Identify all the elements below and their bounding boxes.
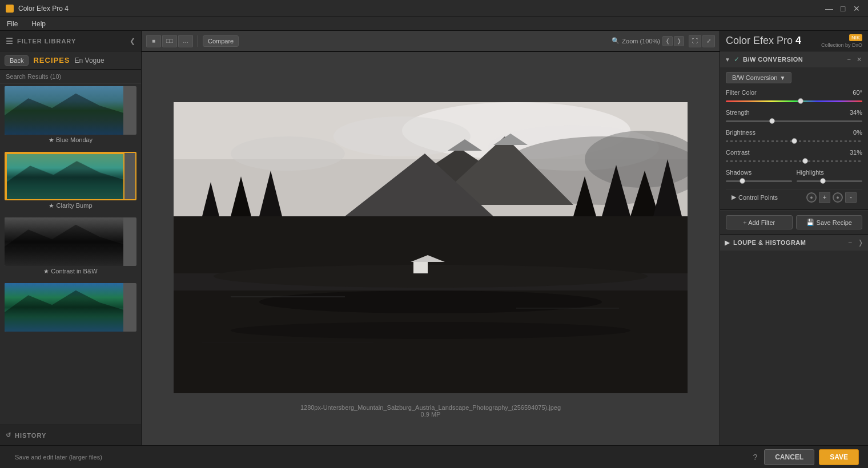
cancel-button[interactable]: CANCEL (764, 449, 814, 465)
loupe-header[interactable]: ▶ LOUPE & HISTOGRAM − ❭ (720, 235, 868, 251)
brightness-slider[interactable] (726, 138, 862, 144)
bw-conversion-dropdown[interactable]: B/W Conversion ▼ (726, 72, 791, 83)
zoom-in-button[interactable]: ❭ (674, 36, 684, 46)
filter-color-slider[interactable] (726, 98, 862, 104)
filter-list: ★ Blue Monday ★ Clarity Bump ★ Contrast … (0, 84, 141, 425)
bw-conversion-btn-row: B/W Conversion ▼ (726, 72, 862, 83)
strength-value: 34% (850, 109, 862, 116)
highlights-slider[interactable] (797, 177, 863, 184)
add-filter-button[interactable]: + Add Filter (726, 215, 793, 229)
image-filename: 1280px-Untersberg_Mountain_Salzburg_Aust… (174, 404, 688, 411)
contrast-control: Contrast 31% (726, 149, 862, 164)
save-recipe-icon: 💾 (806, 219, 814, 226)
image-preview-area: 1280px-Untersberg_Mountain_Salzburg_Aust… (142, 52, 720, 445)
filter-preview-canvas (6, 153, 124, 200)
strength-label-row: Strength 34% (726, 109, 862, 116)
toolbar: ■ □□ … Compare 🔍 Zoom (100%) ❬ ❭ ⛶ ⤢ (142, 31, 720, 52)
menu-file[interactable]: File (5, 19, 20, 29)
maximize-button[interactable]: □ (837, 3, 849, 14)
filter-preview-canvas (5, 217, 123, 266)
hamburger-icon[interactable]: ☰ (6, 37, 14, 46)
control-points-label: ▶ Control Points (732, 193, 803, 201)
svg-point-25 (214, 265, 648, 288)
slider-thumb[interactable] (769, 118, 775, 124)
recipes-header: Back RECIPES En Vogue (0, 51, 141, 70)
brightness-label: Brightness (726, 129, 756, 136)
slider-thumb[interactable] (798, 98, 803, 104)
slider-track (726, 180, 792, 182)
slider-thumb[interactable] (802, 158, 808, 164)
add-filter-row: + Add Filter 💾 Save Recipe (720, 210, 868, 234)
filter-library-header: ☰ FILTER LIBRARY ❮ (0, 31, 141, 51)
contrast-label-row: Contrast 31% (726, 149, 862, 156)
contrast-label: Contrast (726, 149, 750, 156)
filter-color-value: 60° (853, 89, 862, 96)
cp-remove-button[interactable]: - (845, 192, 857, 203)
section-close-btn[interactable]: ✕ (855, 55, 863, 64)
shadows-slider[interactable] (726, 177, 792, 184)
filter-library-title: ☰ FILTER LIBRARY (6, 37, 76, 46)
svg-rect-30 (202, 342, 373, 342)
bw-conversion-header[interactable]: ▼ ✓ B/W CONVERSION − ✕ (720, 51, 868, 67)
view-icons: ⛶ ⤢ (689, 35, 715, 47)
loupe-section: ▶ LOUPE & HISTOGRAM − ❭ (720, 234, 868, 251)
svg-point-24 (231, 322, 630, 339)
list-item[interactable]: ★ Clarity Bump (0, 150, 141, 215)
minimize-button[interactable]: — (823, 3, 835, 14)
help-button[interactable]: ? (753, 453, 757, 462)
filter-color-label-row: Filter Color 60° (726, 89, 862, 96)
panel-collapse-icon[interactable]: ❮ (130, 37, 135, 45)
back-button[interactable]: Back (5, 55, 29, 66)
filter-preview-canvas (5, 86, 123, 135)
filter-color-label: Filter Color (726, 89, 757, 96)
left-panel: ☰ FILTER LIBRARY ❮ Back RECIPES En Vogue… (0, 31, 142, 445)
slider-thumb[interactable] (820, 178, 826, 184)
filter-thumbnail (5, 283, 136, 332)
control-points-actions: ● + ● - (806, 192, 857, 203)
fit-button[interactable]: ⤢ (702, 35, 715, 47)
zoom-label: 🔍 (612, 37, 620, 45)
fullscreen-button[interactable]: ⛶ (689, 35, 701, 47)
bottom-info: Save and edit later (larger files) (9, 454, 748, 461)
split-horizontal-button[interactable]: … (178, 35, 193, 47)
slider-track (797, 180, 863, 182)
chevron-right-icon: ▶ (732, 193, 736, 201)
brightness-control: Brightness 0% (726, 129, 862, 144)
recipes-title: RECIPES (33, 56, 70, 64)
section-check-icon: ✓ (734, 55, 740, 63)
list-item[interactable] (0, 281, 141, 339)
save-recipe-button[interactable]: 💾 Save Recipe (796, 215, 863, 229)
brand-title: Color Efex Pro 4 (726, 35, 801, 47)
main-image (174, 102, 688, 393)
zoom-out-button[interactable]: ❬ (662, 36, 673, 46)
split-view-button[interactable]: □□ (162, 35, 177, 47)
list-item[interactable]: ★ Contrast in B&W (0, 215, 141, 281)
slider-thumb[interactable] (791, 138, 797, 144)
contrast-value: 31% (850, 149, 862, 156)
slider-thumb[interactable] (740, 178, 745, 184)
single-view-button[interactable]: ■ (146, 35, 161, 47)
title-bar: Color Efex Pro 4 — □ ✕ (0, 0, 868, 17)
close-button[interactable]: ✕ (851, 3, 862, 14)
center-area: ■ □□ … Compare 🔍 Zoom (100%) ❬ ❭ ⛶ ⤢ (142, 31, 720, 445)
shadows-label: Shadows (726, 169, 792, 176)
compare-button[interactable]: Compare (203, 35, 239, 47)
shadows-highlights-row: Shadows Highlights (726, 169, 862, 184)
list-item[interactable]: ★ Blue Monday (0, 84, 141, 150)
brightness-label-row: Brightness 0% (726, 129, 862, 136)
strength-label: Strength (726, 109, 750, 116)
save-button[interactable]: SAVE (819, 449, 859, 465)
app-icon (6, 5, 14, 13)
zoom-value: Zoom (100%) (622, 38, 660, 45)
svg-point-23 (259, 291, 602, 313)
strength-control: Strength 34% (726, 109, 862, 124)
contrast-slider[interactable] (726, 158, 862, 164)
section-minimize-btn[interactable]: − (846, 55, 853, 64)
loupe-minimize-icon: − (848, 239, 852, 247)
strength-slider[interactable] (726, 118, 862, 124)
cp-circle-remove: ● (833, 192, 843, 203)
cp-add-button[interactable]: + (819, 192, 830, 203)
menu-help[interactable]: Help (29, 19, 48, 29)
shadows-control: Shadows (726, 169, 792, 184)
zoom-arrows: ❬ ❭ (662, 36, 684, 46)
